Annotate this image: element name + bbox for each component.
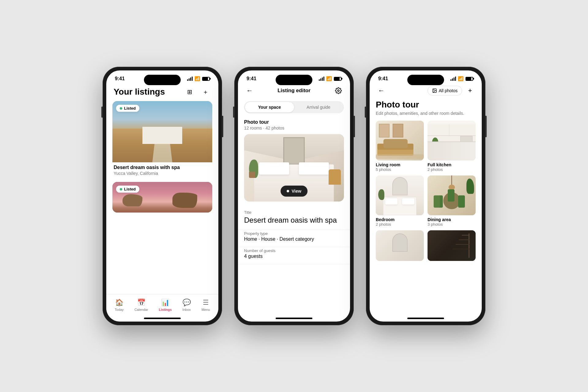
room-card-living[interactable]: Living room 5 photos	[376, 121, 424, 172]
room-photo-bedroom	[376, 175, 424, 215]
back-button-3[interactable]: ←	[376, 85, 387, 96]
phone-1: 9:41 📶 Your listings ⊞ ＋	[103, 67, 222, 325]
all-photos-label: All photos	[439, 88, 458, 93]
listed-badge-2: Listed	[116, 186, 139, 193]
room-name-bedroom: Bedroom	[376, 217, 424, 222]
wifi-icon-3: 📶	[458, 76, 464, 81]
home-indicator-3	[407, 318, 444, 319]
view-label: View	[292, 189, 301, 194]
nav-menu[interactable]: ☰ Menu	[198, 296, 214, 314]
status-icons-1: 📶	[187, 76, 210, 81]
nav-today[interactable]: 🏠 Today	[111, 296, 127, 314]
listings-screen: Your listings ⊞ ＋	[106, 84, 218, 318]
signal-icon-2	[319, 77, 324, 81]
inbox-icon: 💬	[183, 299, 191, 307]
status-icons-2: 📶	[319, 76, 341, 81]
editor-screen: ← Listing editor Your space Arrival guid…	[238, 84, 350, 318]
tour-photo[interactable]: View	[244, 134, 344, 202]
home-icon: 🏠	[115, 299, 123, 307]
settings-button[interactable]	[333, 85, 344, 96]
property-section[interactable]: Property type Home · House · Desert cate…	[238, 231, 350, 247]
room-card-partial-1[interactable]	[376, 230, 424, 261]
dining-image	[428, 175, 476, 215]
room-photos-dining: 3 photos	[428, 222, 476, 227]
room-card-kitchen[interactable]: Full kitchen 2 photos	[428, 121, 476, 172]
signal-icon-1	[187, 77, 193, 81]
wifi-icon-2: 📶	[326, 76, 332, 81]
photo-tour-screen: ← All photos + Photo tour Edit photos, a…	[370, 84, 482, 318]
title-label: Title	[244, 210, 344, 215]
nav-menu-label: Menu	[202, 308, 210, 311]
room-photo-living	[376, 121, 424, 160]
view-dot	[287, 190, 289, 192]
listing-info-1: Desert dream oasis with spa Yucca Valley…	[112, 162, 212, 176]
svg-point-2	[433, 90, 434, 90]
room-card-bedroom[interactable]: Bedroom 2 photos	[376, 175, 424, 227]
dynamic-island-2	[276, 75, 312, 85]
nav-calendar[interactable]: 📅 Calendar	[131, 296, 152, 314]
phone-2-screen: 9:41 📶 ← Listing editor	[238, 70, 350, 322]
photo-tour-section: Photo tour 12 rooms · 42 photos	[238, 119, 350, 205]
photo-tour-page-title: Photo tour	[370, 100, 482, 111]
nav-inbox-label: Inbox	[183, 308, 191, 311]
battery-icon-1	[202, 77, 210, 81]
svg-point-0	[337, 90, 339, 92]
photos-icon	[432, 88, 437, 93]
listing-card-1[interactable]: Listed Desert dream oasis with spa Yucca…	[112, 101, 212, 176]
phone-1-screen: 9:41 📶 Your listings ⊞ ＋	[106, 70, 218, 322]
time-1: 9:41	[115, 76, 125, 81]
add-listing-button[interactable]: ＋	[200, 86, 211, 97]
listings-title: Your listings	[114, 87, 165, 97]
guests-section[interactable]: Number of guests 4 guests	[238, 248, 350, 264]
listings-header: Your listings ⊞ ＋	[106, 84, 218, 101]
menu-icon: ☰	[203, 299, 209, 307]
signal-icon-3	[450, 77, 456, 81]
phone-2: 9:41 📶 ← Listing editor	[234, 67, 354, 325]
photo-tour-header: ← All photos +	[370, 84, 482, 100]
tab-your-space[interactable]: Your space	[245, 102, 294, 112]
editor-header: ← Listing editor	[238, 84, 350, 101]
dynamic-island-1	[144, 75, 181, 85]
room-card-partial-2[interactable]	[428, 230, 476, 261]
nav-inbox[interactable]: 💬 Inbox	[179, 296, 194, 314]
nav-listings[interactable]: 📊 Listings	[155, 296, 175, 314]
room-name-living: Living room	[376, 162, 424, 167]
photo-tour-sub: 12 rooms · 42 photos	[244, 126, 344, 130]
listing-image-2: Listed	[112, 182, 212, 213]
grid-view-button[interactable]: ⊞	[184, 86, 195, 97]
room-name-kitchen: Full kitchen	[428, 162, 476, 167]
partial-room-1	[376, 230, 424, 261]
property-label: Property type	[244, 231, 344, 236]
room-photos-kitchen: 2 photos	[428, 167, 476, 172]
all-photos-button[interactable]: All photos	[428, 86, 462, 96]
status-icons-3: 📶	[450, 76, 473, 81]
home-indicator-2	[276, 318, 312, 319]
battery-icon-2	[334, 77, 341, 81]
partial-room-2	[428, 230, 476, 261]
room-photos-living: 5 photos	[376, 167, 424, 172]
add-photo-button[interactable]: +	[465, 85, 476, 96]
tab-arrival-guide[interactable]: Arrival guide	[294, 102, 343, 112]
header-icon-group: ⊞ ＋	[184, 86, 211, 97]
time-2: 9:41	[247, 76, 256, 81]
dynamic-island-3	[407, 75, 444, 85]
listing-card-2[interactable]: Listed	[112, 182, 212, 213]
view-button[interactable]: View	[281, 186, 307, 197]
listing-location-1: Yucca Valley, California	[114, 171, 211, 176]
listed-dot-1	[120, 107, 122, 110]
header-right-group: All photos +	[428, 85, 476, 96]
listed-dot-2	[120, 188, 122, 190]
back-button[interactable]: ←	[244, 85, 255, 96]
tab-group: Your space Arrival guide	[244, 101, 344, 113]
guests-value: 4 guests	[244, 254, 344, 259]
nav-calendar-label: Calendar	[134, 308, 148, 311]
title-section[interactable]: Title Desert dream oasis with spa	[238, 210, 350, 230]
nav-today-label: Today	[115, 308, 124, 311]
calendar-icon: 📅	[137, 299, 145, 307]
room-card-dining[interactable]: Dining area 3 photos	[428, 175, 476, 227]
listing-name-1: Desert dream oasis with spa	[114, 165, 211, 170]
living-room-image	[376, 121, 424, 160]
bedroom-image	[376, 175, 424, 215]
property-value: Home · House · Desert category	[244, 236, 344, 242]
phone-3-screen: 9:41 📶 ←	[370, 70, 482, 322]
